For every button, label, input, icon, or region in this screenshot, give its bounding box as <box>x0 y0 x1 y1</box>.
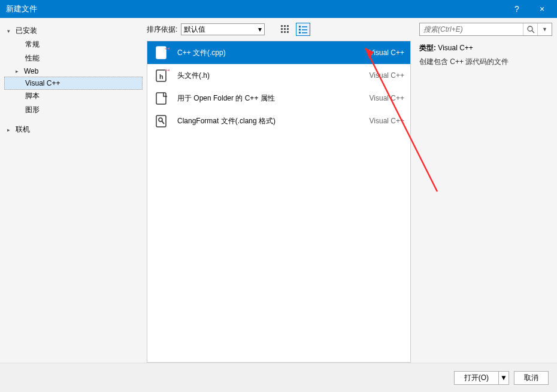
svg-rect-6 <box>281 31 283 33</box>
sort-label: 排序依据: <box>147 25 177 35</box>
expand-icon: ▸ <box>7 127 13 133</box>
template-category: Visual C++ <box>370 117 404 125</box>
view-list-button[interactable] <box>296 23 310 36</box>
help-button[interactable]: ? <box>508 0 526 18</box>
svg-rect-5 <box>287 28 289 30</box>
svg-text:++: ++ <box>165 46 169 51</box>
titlebar: 新建文件 ? × <box>0 0 557 18</box>
toolbar: 排序依据: 默认值 ▾ <box>147 18 414 41</box>
search-box: ▼ <box>419 23 552 36</box>
template-name: ClangFormat 文件(.clang 格式) <box>177 116 362 126</box>
chevron-down-icon: ▾ <box>258 25 262 34</box>
search-dropdown-button[interactable]: ▼ <box>537 23 552 35</box>
svg-line-25 <box>532 31 534 33</box>
close-button[interactable]: × <box>533 0 551 18</box>
svg-line-23 <box>162 121 164 124</box>
template-name: 头文件(.h) <box>177 71 362 81</box>
sidebar-item-performance[interactable]: 性能 <box>5 51 142 65</box>
template-name: C++ 文件(.cpp) <box>177 48 362 58</box>
search-button[interactable] <box>523 23 537 35</box>
template-category: Visual C++ <box>370 48 404 57</box>
template-item-header-file[interactable]: h++ 头文件(.h) Visual C++ <box>147 64 410 87</box>
sidebar-item-graphics[interactable]: 图形 <box>5 103 142 117</box>
sidebar-item-web[interactable]: ▸ Web <box>5 65 142 77</box>
svg-rect-2 <box>287 25 289 27</box>
template-item-cpp-file[interactable]: ++ C++ 文件(.cpp) Visual C++ <box>147 41 410 64</box>
sidebar-group-online[interactable]: ▸ 联机 <box>5 123 142 136</box>
collapse-icon: ▾ <box>7 28 13 34</box>
svg-rect-3 <box>281 28 283 30</box>
cpp-file-icon: ++ <box>153 44 170 61</box>
svg-rect-20 <box>156 93 166 104</box>
sort-dropdown[interactable]: 默认值 ▾ <box>181 23 265 35</box>
expand-icon: ▸ <box>16 68 22 74</box>
folder-props-icon <box>153 90 170 107</box>
sidebar-label: 已安装 <box>16 26 37 36</box>
window-title: 新建文件 <box>6 4 37 14</box>
footer: 打开(O) ▼ 取消 <box>0 363 557 392</box>
svg-rect-14 <box>302 32 307 34</box>
svg-rect-10 <box>302 26 307 28</box>
svg-point-24 <box>528 26 532 31</box>
svg-rect-9 <box>299 26 301 28</box>
sidebar: ▾ 已安装 常规 性能 ▸ Web Visual C++ 脚本 图形 ▸ 联机 <box>0 18 147 363</box>
detail-type: 类型: Visual C++ <box>419 43 552 53</box>
template-category: Visual C++ <box>370 71 404 80</box>
svg-rect-12 <box>302 29 307 31</box>
svg-rect-1 <box>284 25 286 27</box>
template-name: 用于 Open Folder 的 C++ 属性 <box>177 93 362 104</box>
svg-text:++: ++ <box>165 68 169 73</box>
svg-rect-13 <box>299 32 301 34</box>
template-category: Visual C++ <box>370 94 404 102</box>
view-grid-button[interactable] <box>278 23 292 36</box>
header-file-icon: h++ <box>153 67 170 84</box>
cancel-button[interactable]: 取消 <box>514 371 549 385</box>
template-item-open-folder-props[interactable]: 用于 Open Folder 的 C++ 属性 Visual C++ <box>147 87 410 110</box>
main-panel: 排序依据: 默认值 ▾ ++ C++ 文件(.cpp) Visual C++ <box>147 18 414 363</box>
sidebar-item-general[interactable]: 常规 <box>5 38 142 51</box>
search-input[interactable] <box>420 23 523 35</box>
template-list: ++ C++ 文件(.cpp) Visual C++ h++ 头文件(.h) V… <box>147 41 411 363</box>
template-item-clangformat[interactable]: ClangFormat 文件(.clang 格式) Visual C++ <box>147 110 410 132</box>
svg-rect-11 <box>299 29 301 31</box>
open-dropdown-button[interactable]: ▼ <box>498 371 509 385</box>
sidebar-item-visualcpp[interactable]: Visual C++ <box>5 77 142 89</box>
svg-rect-4 <box>284 28 286 30</box>
sidebar-item-script[interactable]: 脚本 <box>5 89 142 103</box>
sidebar-label: 联机 <box>16 124 30 135</box>
wrench-file-icon <box>153 113 170 129</box>
svg-rect-8 <box>287 31 289 33</box>
detail-description: 创建包含 C++ 源代码的文件 <box>419 57 552 67</box>
details-panel: ▼ 类型: Visual C++ 创建包含 C++ 源代码的文件 <box>414 18 557 363</box>
open-button[interactable]: 打开(O) <box>454 371 498 385</box>
svg-text:h: h <box>159 73 164 80</box>
svg-rect-0 <box>281 25 283 27</box>
svg-rect-7 <box>284 31 286 33</box>
sidebar-group-installed[interactable]: ▾ 已安装 <box>5 24 142 38</box>
